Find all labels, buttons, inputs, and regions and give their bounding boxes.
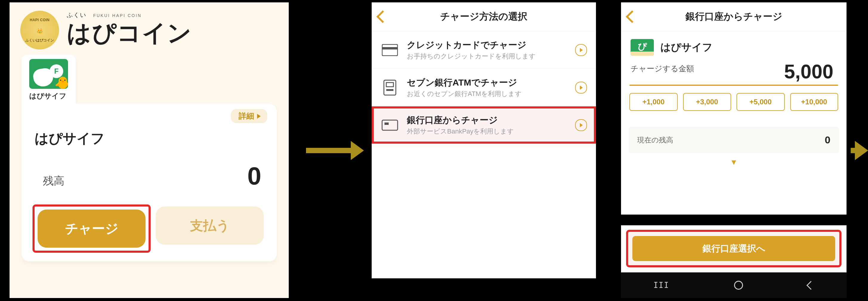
charge-option-credit-card[interactable]: クレジットカードでチャージ お手持ちのクレジットカードを利用します	[372, 31, 596, 69]
flow-arrow-icon	[851, 141, 868, 160]
wallet-name: はぴサイフ	[660, 40, 713, 54]
svg-rect-5	[382, 120, 398, 130]
preset-label: +3,000	[696, 98, 718, 106]
current-balance-label: 現在の残高	[637, 135, 673, 145]
flow-arrow-icon	[306, 141, 364, 160]
screen-charge-method: チャージ方法の選択 クレジットカードでチャージ お手持ちのクレジットカードを利用…	[371, 2, 596, 279]
brand-wordmark: ふくい FUKUI HAPI COIN はぴコイン	[67, 11, 278, 49]
badge-top-text: HAPI COIN	[30, 18, 50, 22]
android-back-button[interactable]	[807, 281, 815, 290]
badge-sub-text: ふくいはぴコイン	[25, 38, 54, 43]
charge-button[interactable]: チャージ	[38, 209, 146, 248]
wallet-card-mark-icon: ぴ	[638, 40, 647, 53]
android-home-button[interactable]	[734, 281, 743, 290]
balance-label: 残高	[43, 174, 64, 188]
chevron-down-icon: ▼	[629, 158, 839, 167]
preset-label: +1,000	[643, 98, 664, 106]
wallet-panel-title: はぴサイフ	[35, 129, 264, 148]
home-header: HAPI COIN 👑 ふくいはぴコイン ふくい FUKUI HAPI COIN…	[9, 2, 289, 53]
preset-10000-button[interactable]: +10,000	[790, 93, 838, 111]
atm-icon	[381, 79, 399, 96]
hapicoin-logo-badge: HAPI COIN 👑 ふくいはぴコイン	[20, 11, 59, 49]
screen-divider	[621, 214, 846, 225]
amount-underline	[629, 85, 838, 86]
wallet-mascot-icon: 🐥	[55, 76, 68, 89]
svg-rect-4	[386, 89, 394, 91]
chevron-right-icon	[575, 44, 587, 56]
preset-label: +5,000	[750, 98, 772, 106]
credit-card-icon	[381, 42, 399, 58]
wallet-panel: 詳細 はぴサイフ 残高 0 チャージ 支払う	[22, 104, 277, 261]
pay-button-label: 支払う	[190, 217, 230, 235]
chevron-right-icon	[575, 119, 587, 131]
charge-button-label: チャージ	[65, 220, 118, 237]
svg-rect-3	[386, 82, 394, 87]
select-bank-button-label: 銀行口座選択へ	[703, 243, 765, 255]
option-subtitle: お手持ちのクレジットカードを利用します	[407, 52, 567, 61]
svg-rect-6	[384, 123, 389, 125]
svg-rect-0	[382, 44, 398, 56]
preset-3000-button[interactable]: +3,000	[683, 93, 732, 111]
option-subtitle: お近くのセブン銀行ATMを利用します	[407, 90, 567, 98]
brand-main: はぴコイン	[67, 17, 278, 49]
wallet-action-buttons: チャージ 支払う	[35, 206, 264, 250]
wallet-inline: ぴ はぴサイフ	[629, 31, 839, 62]
back-button[interactable]	[376, 10, 389, 23]
home-wallet-area: 🐥 はぴサイフ 詳細 はぴサイフ 残高 0 チャージ	[22, 55, 277, 261]
android-recents-button[interactable]: III	[654, 281, 669, 290]
balance-row: 残高 0	[35, 158, 264, 199]
screen-bank-charge: 銀行口座からチャージ ぴ はぴサイフ チャージする金額 5,000 +1,000…	[620, 2, 847, 299]
option-title: クレジットカードでチャージ	[407, 39, 567, 51]
balance-value: 0	[247, 162, 261, 191]
preset-5000-button[interactable]: +5,000	[737, 93, 785, 111]
cta-highlight: 銀行口座選択へ	[628, 232, 839, 265]
back-button[interactable]	[626, 10, 638, 23]
charge-button-highlight: チャージ	[35, 206, 149, 250]
wallet-detail-label: 詳細	[239, 111, 254, 121]
screen-home: HAPI COIN 👑 ふくいはぴコイン ふくい FUKUI HAPI COIN…	[9, 2, 289, 299]
preset-amount-row: +1,000 +3,000 +5,000 +10,000	[629, 93, 838, 111]
svg-rect-1	[382, 47, 398, 49]
preset-1000-button[interactable]: +1,000	[629, 93, 678, 111]
topbar: 銀行口座からチャージ	[621, 2, 846, 31]
cta-section: 銀行口座選択へ	[621, 225, 846, 272]
badge-mascot-icon: 👑	[36, 28, 43, 34]
pay-button[interactable]: 支払う	[156, 206, 264, 245]
preset-label: +10,000	[801, 98, 827, 106]
android-nav-bar: III	[621, 272, 846, 298]
charge-option-bank-account[interactable]: 銀行口座からチャージ 外部サービスBankPayを利用します	[372, 106, 596, 144]
wallet-card-icon: ぴ	[630, 39, 654, 56]
chevron-right-icon	[257, 114, 261, 119]
option-title: セブン銀行ATMでチャージ	[407, 76, 567, 89]
bank-card-icon	[381, 117, 399, 133]
bank-charge-body: ぴ はぴサイフ チャージする金額 5,000 +1,000 +3,000 +5,…	[621, 31, 846, 214]
brand-main-text: はぴコイン	[67, 17, 192, 49]
chevron-right-icon	[575, 82, 587, 94]
select-bank-button[interactable]: 銀行口座選択へ	[632, 236, 835, 261]
charge-option-seven-atm[interactable]: セブン銀行ATMでチャージ お近くのセブン銀行ATMを利用します	[372, 69, 596, 106]
option-subtitle: 外部サービスBankPayを利用します	[407, 127, 567, 136]
topbar: チャージ方法の選択	[372, 2, 596, 31]
wallet-detail-link[interactable]: 詳細	[231, 109, 267, 123]
topbar-title: 銀行口座からチャージ	[685, 10, 782, 23]
topbar-title: チャージ方法の選択	[440, 10, 527, 23]
wallet-tab[interactable]: 🐥 はぴサイフ	[22, 55, 76, 105]
option-title: 銀行口座からチャージ	[407, 114, 567, 126]
wallet-card-icon: 🐥	[29, 59, 68, 89]
current-balance-row: 現在の残高 0	[629, 127, 839, 153]
wallet-tab-label: はぴサイフ	[29, 91, 68, 101]
current-balance-value: 0	[825, 134, 830, 146]
